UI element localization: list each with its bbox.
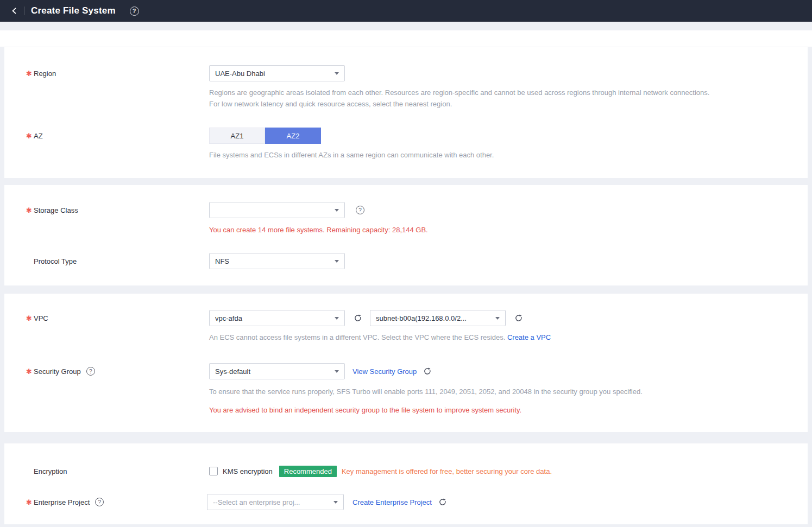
region-label: Region (34, 69, 56, 78)
security-group-select-value: Sys-default (215, 367, 330, 376)
az-option-az2[interactable]: AZ2 (265, 128, 321, 144)
chevron-down-icon (333, 501, 338, 504)
content-top-strip (0, 30, 812, 47)
header-divider (24, 7, 24, 15)
enterprise-project-refresh-icon[interactable] (438, 498, 447, 506)
chevron-down-icon (495, 317, 500, 320)
vpc-label: VPC (34, 314, 48, 322)
security-group-label: Security Group (34, 367, 81, 376)
kms-encryption-label: KMS encryption (223, 467, 273, 475)
encryption-label: Encryption (34, 467, 67, 475)
enterprise-project-row: ✱ Enterprise Project ? --Select an enter… (4, 494, 808, 510)
subnet-select[interactable]: subnet-b00a(192.168.0.0/2... (370, 310, 506, 326)
required-asterisk: ✱ (26, 206, 34, 214)
security-group-refresh-icon[interactable] (423, 367, 432, 376)
security-group-label-cell: ✱ Security Group ? (4, 363, 209, 379)
az-row: ✱ AZ AZ1 AZ2 File systems and ECSs in di… (4, 128, 808, 161)
az-option-az1[interactable]: AZ1 (209, 128, 265, 144)
subnet-refresh-icon[interactable] (514, 314, 523, 322)
card-region-az: ✱ Region UAE-Abu Dhabi Regions are geogr… (4, 47, 808, 178)
encryption-row: ✱ Encryption KMS encryption Recommended … (4, 465, 808, 477)
security-group-description: To ensure that the service runs properly… (209, 386, 808, 397)
storage-class-label-cell: ✱ Storage Class (4, 202, 209, 218)
page-body: ✱ Region UAE-Abu Dhabi Regions are geogr… (0, 22, 812, 524)
storage-class-help-icon[interactable]: ? (356, 206, 364, 214)
vpc-label-cell: ✱ VPC (4, 310, 209, 326)
security-group-warning: You are advised to bind an independent s… (209, 405, 808, 416)
security-group-select[interactable]: Sys-default (209, 363, 345, 379)
az-label: AZ (34, 132, 43, 140)
required-asterisk: ✱ (26, 498, 34, 506)
security-group-row: ✱ Security Group ? Sys-default View Secu… (4, 363, 808, 416)
enterprise-project-label: Enterprise Project (34, 498, 90, 506)
vpc-refresh-icon[interactable] (354, 314, 362, 322)
card-advanced: ✱ Encryption KMS encryption Recommended … (4, 443, 808, 524)
protocol-select[interactable]: NFS (209, 253, 345, 269)
required-asterisk: ✱ (26, 367, 34, 376)
region-description-line2: For low network latency and quick resour… (209, 98, 804, 110)
region-label-cell: ✱ Region (4, 65, 209, 81)
region-description-line1: Regions are geographic areas isolated fr… (209, 87, 804, 98)
storage-class-select[interactable] (209, 202, 345, 218)
vpc-select[interactable]: vpc-afda (209, 310, 345, 326)
enterprise-project-select[interactable]: --Select an enterprise proj... (207, 494, 344, 510)
region-select[interactable]: UAE-Abu Dhabi (209, 65, 345, 81)
storage-class-label: Storage Class (34, 206, 78, 214)
chevron-down-icon (335, 72, 339, 75)
page-header: Create File System ? (0, 0, 812, 22)
kms-encryption-checkbox[interactable] (209, 467, 218, 475)
encryption-note: Key management is offered for free, bett… (342, 467, 552, 475)
vpc-select-value: vpc-afda (215, 314, 330, 322)
enterprise-project-label-cell: ✱ Enterprise Project ? (4, 494, 209, 510)
chevron-down-icon (335, 370, 339, 373)
create-enterprise-project-link[interactable]: Create Enterprise Project (353, 498, 432, 506)
create-vpc-link[interactable]: Create a VPC (507, 333, 551, 341)
vpc-row: ✱ VPC vpc-afda subnet-b00a(192.168.0.0/2… (4, 310, 808, 343)
enterprise-project-placeholder: --Select an enterprise proj... (213, 498, 329, 506)
card-network: ✱ VPC vpc-afda subnet-b00a(192.168.0.0/2… (4, 293, 808, 432)
card-storage: ✱ Storage Class ? You can create 14 more… (4, 185, 808, 285)
chevron-down-icon (335, 317, 339, 320)
recommended-badge: Recommended (279, 466, 337, 477)
security-group-help-icon[interactable]: ? (86, 367, 95, 376)
az-description: File systems and ECSs in different AZs i… (209, 149, 808, 161)
region-row: ✱ Region UAE-Abu Dhabi Regions are geogr… (4, 65, 808, 110)
az-button-group: AZ1 AZ2 (209, 128, 321, 144)
protocol-label: Protocol Type (34, 257, 77, 265)
region-description: Regions are geographic areas isolated fr… (209, 87, 804, 110)
back-icon[interactable] (8, 4, 22, 18)
encryption-label-cell: ✱ Encryption (4, 465, 209, 477)
required-asterisk: ✱ (26, 69, 34, 78)
region-select-value: UAE-Abu Dhabi (215, 69, 330, 78)
page-title: Create File System (31, 5, 116, 16)
vpc-description-text: An ECS cannot access file systems in a d… (209, 333, 505, 341)
protocol-select-value: NFS (215, 257, 330, 265)
header-help-icon[interactable]: ? (130, 7, 139, 16)
view-security-group-link[interactable]: View Security Group (353, 367, 417, 376)
chevron-down-icon (335, 209, 339, 212)
storage-class-row: ✱ Storage Class ? You can create 14 more… (4, 202, 808, 236)
subnet-select-value: subnet-b00a(192.168.0.0/2... (376, 314, 491, 322)
enterprise-project-help-icon[interactable]: ? (95, 498, 104, 506)
storage-capacity-warning: You can create 14 more file systems. Rem… (209, 225, 808, 236)
az-label-cell: ✱ AZ (4, 128, 209, 144)
protocol-label-cell: ✱ Protocol Type (4, 253, 209, 269)
required-asterisk: ✱ (26, 314, 34, 322)
required-asterisk: ✱ (26, 132, 34, 140)
chevron-down-icon (335, 260, 339, 263)
vpc-description: An ECS cannot access file systems in a d… (209, 332, 808, 343)
protocol-row: ✱ Protocol Type NFS (4, 253, 808, 269)
